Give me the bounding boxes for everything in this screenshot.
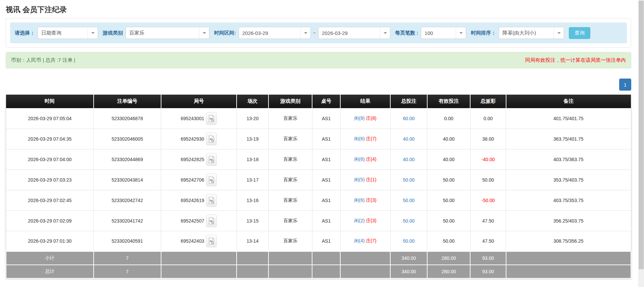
cell-valid-bet: 40.00 bbox=[427, 129, 470, 149]
chevron-down-icon[interactable] bbox=[300, 27, 310, 39]
chevron-down-icon[interactable] bbox=[380, 27, 390, 39]
video-replay-button[interactable] bbox=[206, 235, 217, 247]
total-row-total-bet: 340.00 bbox=[390, 265, 427, 278]
cell-note: 403.75/363.75 bbox=[506, 149, 631, 170]
total-bet-link[interactable]: 50.00 bbox=[403, 177, 414, 183]
cell-table-number: AS1 bbox=[312, 210, 340, 231]
time-range-label: 时间区间: bbox=[214, 30, 236, 36]
chevron-down-icon[interactable] bbox=[88, 27, 98, 39]
cell-bet-id: 523302046005 bbox=[94, 129, 161, 149]
cell-bet-id: 523302044869 bbox=[94, 149, 161, 170]
cell-valid-bet: 0.00 bbox=[427, 108, 470, 129]
cell-valid-bet: 50.00 bbox=[427, 210, 470, 231]
total-bet-link[interactable]: 60.00 bbox=[403, 116, 414, 121]
cell-total-bet: 50.00 bbox=[390, 190, 427, 210]
cell-time: 2026-03-29 07:02:45 bbox=[6, 190, 94, 210]
column-header: 有效投注 bbox=[427, 95, 470, 108]
video-replay-button[interactable] bbox=[206, 112, 217, 125]
result-player: 闲(8) bbox=[354, 115, 364, 121]
cell-payout: 38.00 bbox=[470, 129, 506, 149]
total-row: 总计7340.00280.0093.00 bbox=[6, 265, 631, 278]
video-file-icon bbox=[208, 197, 214, 204]
subtotal-row-empty-cell bbox=[237, 251, 268, 265]
page-1-button[interactable]: 1 bbox=[619, 79, 631, 91]
filter-panel: 请选择： 日期查询 游戏类别 百家乐 时间区间: 2026-03-29 ~ 20… bbox=[6, 18, 631, 48]
column-header: 局号 bbox=[161, 95, 237, 108]
cell-session: 13-18 bbox=[237, 149, 268, 170]
per-page-select[interactable]: 100 bbox=[421, 27, 466, 39]
cell-total-bet: 50.00 bbox=[390, 210, 427, 231]
round-id-text: 695242507 bbox=[181, 218, 204, 224]
chevron-down-icon[interactable] bbox=[199, 27, 209, 39]
game-type-label: 游戏类别 bbox=[103, 30, 123, 36]
chevron-down-icon[interactable] bbox=[554, 27, 564, 39]
cell-time: 2026-03-29 07:01:30 bbox=[6, 231, 94, 251]
cell-game-type: 百家乐 bbox=[268, 210, 312, 231]
video-file-icon bbox=[208, 156, 214, 163]
total-bet-link[interactable]: 50.00 bbox=[403, 238, 414, 244]
cell-result: 闲(4)庄(7) bbox=[340, 231, 390, 251]
subtotal-row-total-bet: 340.00 bbox=[390, 251, 427, 265]
query-type-value: 日期查询 bbox=[38, 30, 88, 36]
total-row-empty-cell bbox=[312, 265, 340, 278]
time-sort-select[interactable]: 降幂(由大到小) bbox=[499, 27, 564, 39]
video-replay-button[interactable] bbox=[206, 133, 217, 145]
result-banker: 庄(4) bbox=[366, 156, 377, 162]
payout-value: 0.00 bbox=[484, 116, 493, 121]
cell-bet-id: 523302043814 bbox=[94, 170, 161, 190]
total-bet-link[interactable]: 40.00 bbox=[403, 157, 414, 162]
cell-result: 闲(6)庄(4) bbox=[340, 149, 390, 170]
scrollbar-thumb[interactable] bbox=[639, 1, 644, 269]
video-replay-button[interactable] bbox=[206, 214, 217, 227]
cell-note: 401.75/401.75 bbox=[506, 108, 631, 129]
time-sort-label: 时间排序： bbox=[471, 30, 496, 36]
payout-value: 38.00 bbox=[482, 136, 494, 142]
cell-table-number: AS1 bbox=[312, 149, 340, 170]
result-player: 闲(4) bbox=[354, 238, 364, 243]
date-to-input[interactable]: 2026-03-29 bbox=[318, 27, 390, 39]
game-type-select[interactable]: 百家乐 bbox=[126, 27, 209, 39]
cell-game-type: 百家乐 bbox=[268, 129, 312, 149]
payout-value: -50.00 bbox=[482, 198, 495, 203]
cell-result: 闲(2)庄(3) bbox=[340, 210, 390, 231]
column-header: 时间 bbox=[6, 95, 94, 108]
subtotal-row-empty-cell bbox=[340, 251, 390, 265]
chevron-down-icon[interactable] bbox=[456, 27, 466, 39]
video-replay-button[interactable] bbox=[206, 153, 217, 166]
result-banker: 庄(1) bbox=[366, 177, 377, 182]
query-type-select[interactable]: 日期查询 bbox=[38, 27, 98, 39]
date-from-input[interactable]: 2026-03-29 bbox=[239, 27, 311, 39]
video-replay-button[interactable] bbox=[206, 194, 217, 207]
cell-table-number: AS1 bbox=[312, 170, 340, 190]
cell-time: 2026-03-29 07:04:00 bbox=[6, 149, 94, 170]
cell-payout: 47.50 bbox=[470, 210, 506, 231]
cell-payout: 47.50 bbox=[470, 231, 506, 251]
subtotal-row-count: 7 bbox=[94, 251, 161, 265]
total-bet-link[interactable]: 40.00 bbox=[403, 136, 414, 142]
total-row-empty-cell bbox=[506, 265, 631, 278]
cell-round-id: 695243001 bbox=[161, 108, 237, 129]
total-bet-link[interactable]: 50.00 bbox=[403, 218, 414, 224]
cell-bet-id: 523302040591 bbox=[94, 231, 161, 251]
subtotal-row-empty-cell bbox=[268, 251, 312, 265]
payout-value: 47.50 bbox=[482, 238, 494, 244]
total-row-empty-cell bbox=[237, 265, 268, 278]
video-replay-button[interactable] bbox=[206, 174, 217, 186]
video-file-icon bbox=[208, 176, 214, 184]
cell-payout: 50.00 bbox=[470, 170, 506, 190]
total-bet-link[interactable]: 50.00 bbox=[403, 198, 414, 203]
pagination: 1 bbox=[6, 79, 631, 91]
total-row-payout: 93.00 bbox=[470, 265, 506, 278]
cell-result: 闲(6)庄(7) bbox=[340, 129, 390, 149]
date-to-value: 2026-03-29 bbox=[318, 30, 380, 36]
query-button[interactable]: 查询 bbox=[569, 27, 590, 39]
cell-valid-bet: 40.00 bbox=[427, 149, 470, 170]
table-row: 2026-03-29 07:05:04523302046878695243001… bbox=[6, 108, 631, 129]
cell-note: 353.75/403.75 bbox=[506, 170, 631, 190]
cell-valid-bet: 50.00 bbox=[427, 170, 470, 190]
vertical-scrollbar[interactable] bbox=[638, 0, 644, 287]
result-player: 闲(6) bbox=[354, 156, 364, 162]
date-from-value: 2026-03-29 bbox=[239, 30, 300, 36]
table-row: 2026-03-29 07:01:30523302040591695242403… bbox=[6, 231, 631, 251]
per-page-value: 100 bbox=[421, 30, 456, 36]
